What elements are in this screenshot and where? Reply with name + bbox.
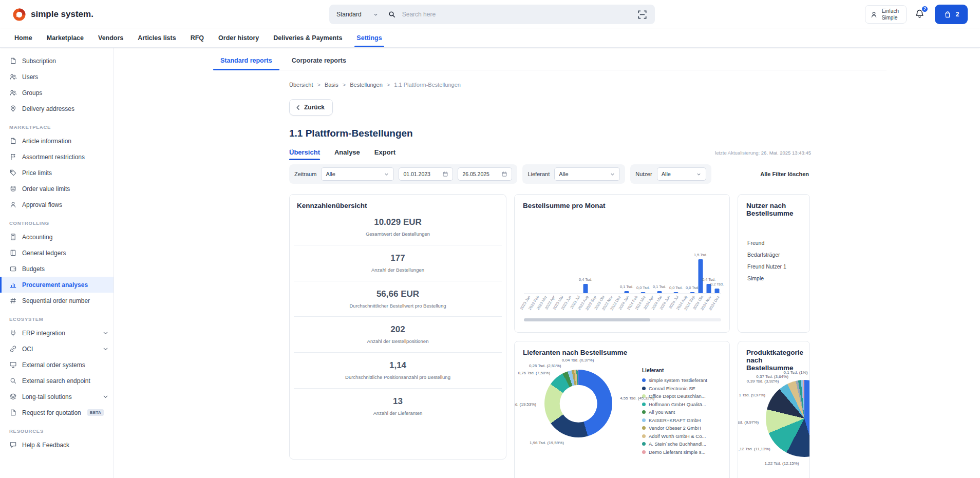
tab-bersicht[interactable]: Übersicht	[289, 148, 320, 160]
legend-item-conrad-electronic-se[interactable]: Conrad Electronic SE	[642, 385, 721, 393]
sidebar-item-oci[interactable]: OCI	[0, 341, 114, 357]
bar-column-2023-dez[interactable]: 2023 Dez	[614, 218, 623, 293]
suppliers-donut-chart[interactable]: 4,55 Tsd. (45,32%)1,96 Tsd. (19,59%)1,96…	[544, 370, 612, 437]
nutzer-select[interactable]: Alle	[657, 167, 706, 181]
bar-column-2024-mrz[interactable]: 0,0 Tsd.2024 Mrz	[639, 218, 647, 293]
bar-column-2024-aug[interactable]: 2024 Aug	[680, 218, 688, 293]
sidebar-item-long-tail-solutions[interactable]: Long-tail solutions	[0, 389, 114, 405]
bar-column-2024-jan[interactable]: 0,1 Tsd.2024 Jan	[623, 218, 631, 293]
bar	[657, 291, 662, 293]
sidebar-item-order-value-limits[interactable]: Order value limits	[0, 181, 114, 197]
tab-export[interactable]: Export	[374, 148, 395, 160]
legend-item-all-you-want[interactable]: All you want	[642, 408, 721, 416]
bar-column-2023-okt[interactable]: 2023 Okt	[598, 218, 606, 293]
pie-slice-label: 0,37 Tsd. (3,64%)	[756, 374, 788, 379]
sidebar-item-assortment-restrictions[interactable]: Assortment restrictions	[0, 149, 114, 165]
sidebar-item-subscription[interactable]: Subscription	[0, 53, 114, 69]
nav-item-home[interactable]: Home	[7, 29, 40, 47]
breadcrumb-item[interactable]: Bestellungen	[350, 82, 383, 88]
calendar-icon[interactable]	[501, 171, 507, 177]
bar-column-2023-jun[interactable]: 2023 Jun	[565, 218, 573, 293]
scan-icon[interactable]	[637, 9, 648, 20]
sidebar-item-article-information[interactable]: Article information	[0, 133, 114, 149]
legend-color-dot	[642, 426, 646, 430]
suppliers-legend: Lieferant simple system TestlieferantCon…	[642, 356, 721, 456]
sidebar-item-erp-integration[interactable]: ERP integration	[0, 325, 114, 341]
legend-item-simple-system-testlieferant[interactable]: simple system Testlieferant	[642, 376, 721, 385]
sidebar-item-external-search-endpoint[interactable]: External search endpoint	[0, 373, 114, 389]
bar-column-2024-feb[interactable]: 2024 Feb	[631, 218, 639, 293]
user-menu[interactable]: Einfach Simple	[865, 5, 907, 24]
nav-item-order-history[interactable]: Order history	[211, 29, 266, 47]
date-from-input[interactable]: 01.01.2023	[399, 167, 453, 181]
sidebar-item-label: Groups	[22, 89, 42, 97]
lieferant-select[interactable]: Alle	[554, 167, 620, 181]
nav-item-articles-lists[interactable]: Articles lists	[130, 29, 183, 47]
back-button[interactable]: Zurück	[289, 99, 333, 116]
bar-column-2024-apr[interactable]: 2024 Apr	[647, 218, 655, 293]
sidebar-item-help-feedback[interactable]: Help & Feedback	[0, 437, 114, 453]
bar-column-2024-mai[interactable]: 0,1 Tsd.2024 Mai	[655, 218, 664, 293]
notifications-button[interactable]: 2	[915, 9, 925, 21]
bar-column-2024-dez[interactable]: 0,2 Tsd.2024 Dez	[713, 218, 721, 293]
sidebar-item-budgets[interactable]: Budgets	[0, 261, 114, 277]
legend-item-demo-lieferant-simple-s[interactable]: Demo Lieferant simple s...	[642, 448, 721, 456]
search-input[interactable]	[402, 11, 631, 18]
bar-column-2023-mrz[interactable]: 2023 Mrz	[540, 218, 549, 293]
chart-scrollbar[interactable]	[524, 318, 721, 321]
categories-pie-chart[interactable]: 4,54 Tsd. (45,3%)1,22 Tsd. (12,15%)1,12 …	[766, 380, 810, 457]
legend-item-adolf-w-rth-gmbh-co[interactable]: Adolf Würth GmbH & Co...	[642, 432, 721, 441]
bar-column-2024-jun[interactable]: 2024 Jun	[664, 218, 672, 293]
tab-analyse[interactable]: Analyse	[334, 148, 360, 160]
table-row[interactable]: FreundAndy7.529,66EUR	[746, 237, 801, 248]
kpi-value: 202	[296, 324, 500, 335]
sidebar-item-request-for-quotation[interactable]: Request for quotationBETA	[0, 405, 114, 420]
tab-standard-reports[interactable]: Standard reports	[213, 53, 279, 70]
sidebar-item-delivery-addresses[interactable]: Delivery addresses	[0, 101, 114, 117]
nav-item-deliveries-payments[interactable]: Deliveries & Payments	[266, 29, 349, 47]
legend-item-hoffmann-gmbh-qualit[interactable]: Hoffmann GmbH Qualitä...	[642, 400, 721, 409]
sidebar-item-external-order-systems[interactable]: External order systems	[0, 357, 114, 373]
legend-item-a-stein-sche-buchhandl[interactable]: A. Stein`sche Buchhandl...	[642, 440, 721, 448]
breadcrumb-item[interactable]: Übersicht	[289, 82, 313, 88]
sidebar-item-groups[interactable]: Groups	[0, 85, 114, 101]
bar-column-2024-jul[interactable]: 0,0 Tsd.2024 Jul	[672, 218, 680, 293]
legend-label: simple system Testlieferant	[649, 376, 707, 385]
bar-column-2023-nov[interactable]: 2023 Nov	[606, 218, 614, 293]
brand[interactable]: simple system.	[12, 8, 93, 22]
bar-column-2023-jan[interactable]: 2023 Jan	[524, 218, 532, 293]
legend-item-vendor-obeser-2-gmbh[interactable]: Vendor Obeser 2 GmbH	[642, 424, 721, 432]
legend-item-kaiser-kraft-gmbh[interactable]: KAISER+KRAFT GmbH	[642, 416, 721, 425]
clear-filters-link[interactable]: Alle Filter löschen	[760, 171, 811, 177]
zeitraum-select[interactable]: Alle	[321, 167, 394, 181]
calendar-icon[interactable]	[442, 171, 448, 177]
sidebar-item-price-limits[interactable]: Price limits	[0, 165, 114, 181]
sidebar-item-accounting[interactable]: Accounting	[0, 229, 114, 245]
sidebar-item-approval-flows[interactable]: Approval flows	[0, 197, 114, 213]
table-row[interactable]: SimpleEinfach49,66EUR	[746, 272, 801, 284]
sidebar-item-procurement-analyses[interactable]: Procurement analyses	[0, 277, 114, 293]
nav-item-settings[interactable]: Settings	[349, 29, 389, 47]
nav-item-marketplace[interactable]: Marketplace	[40, 29, 91, 47]
bar-column-2023-mai[interactable]: 2023 Mai	[557, 218, 565, 293]
tab-corporate-reports[interactable]: Corporate reports	[285, 53, 353, 70]
bar	[715, 289, 720, 293]
nav-item-vendors[interactable]: Vendors	[91, 29, 130, 47]
bar-column-2023-apr[interactable]: 2023 Apr	[549, 218, 557, 293]
sidebar-item-sequential-order-number[interactable]: Sequential order number	[0, 293, 114, 309]
bar-column-2023-aug[interactable]: 0,4 Tsd.2023 Aug	[581, 218, 590, 293]
cell-name: Simple	[747, 275, 810, 281]
date-to-input[interactable]: 26.05.2025	[458, 167, 512, 181]
bar-column-2023-sep[interactable]: 2023 Sep	[590, 218, 598, 293]
bar-column-2023-feb[interactable]: 2023 Feb	[532, 218, 540, 293]
table-row[interactable]: BedarfsträgerAndy2.250,66EUR	[746, 248, 801, 260]
sidebar-item-users[interactable]: Users	[0, 69, 114, 85]
cart-button[interactable]: 2	[935, 5, 968, 24]
search-scope-select[interactable]: Standard	[336, 11, 382, 18]
chart-scrollbar-thumb[interactable]	[524, 318, 650, 321]
breadcrumb-item[interactable]: Basis	[325, 82, 338, 88]
sidebar-item-general-ledgers[interactable]: General ledgers	[0, 245, 114, 261]
table-row[interactable]: Freund Nutzer 1Andy198,62EUR	[746, 260, 801, 272]
bar	[583, 284, 588, 293]
nav-item-rfq[interactable]: RFQ	[183, 29, 211, 47]
